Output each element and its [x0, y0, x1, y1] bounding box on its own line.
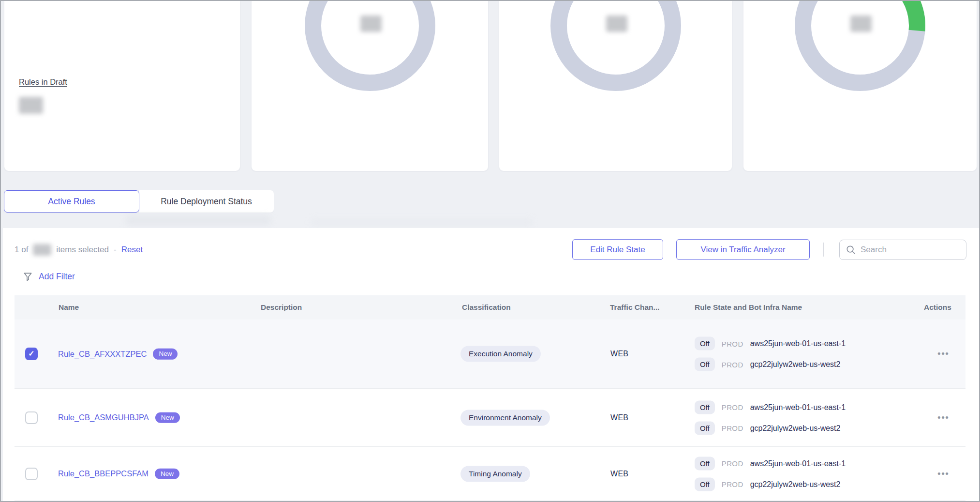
- rule-state-line: Off PROD gcp22julyw2web-us-west2: [695, 475, 846, 493]
- rule-name-link[interactable]: Rule_CB_ASMGUHBJPA: [58, 413, 149, 422]
- donut-chart-1: [302, 1, 438, 93]
- row-checkbox[interactable]: [25, 468, 38, 480]
- tab-rule-deployment-status-label: Rule Deployment Status: [161, 197, 252, 207]
- row-checkbox[interactable]: ✓: [25, 348, 38, 360]
- add-filter-button[interactable]: Add Filter: [22, 269, 75, 284]
- edit-rule-state-button[interactable]: Edit Rule State: [572, 239, 663, 260]
- column-header-actions: Actions: [924, 295, 951, 319]
- rule-state-line: Off PROD aws25jun-web-01-us-east-1: [695, 335, 846, 352]
- reset-selection-link[interactable]: Reset: [121, 245, 143, 255]
- donut-card-3: [743, 1, 977, 171]
- column-header-name: Name: [59, 295, 79, 319]
- classification-pill: Execution Anomaly: [460, 346, 541, 362]
- traffic-channel-cell: WEB: [610, 470, 628, 478]
- selection-middle: items selected: [56, 245, 109, 255]
- env-label: PROD: [722, 459, 743, 468]
- donut-card-2: [499, 1, 732, 171]
- name-cell: Rule_CB_AFXXXTZPEC New: [58, 349, 178, 360]
- column-header-traffic-channel: Traffic Chan...: [610, 295, 660, 319]
- classification-pill: Timing Anomaly: [460, 466, 530, 482]
- toolbar-divider: [823, 243, 824, 257]
- donut-card-1: [251, 1, 489, 171]
- state-off-pill: Off: [695, 358, 715, 371]
- name-cell: Rule_CB_BBEPPCSFAM New: [58, 468, 179, 479]
- rule-state-line: Off PROD aws25jun-web-01-us-east-1: [695, 398, 846, 416]
- new-badge: New: [153, 349, 178, 360]
- env-label: PROD: [722, 480, 743, 488]
- env-label: PROD: [722, 403, 743, 411]
- selection-summary: 1 of items selected - Reset: [15, 243, 143, 257]
- bot-infra-name: aws25jun-web-01-us-east-1: [750, 339, 846, 348]
- redacted-draft-count: [19, 97, 43, 114]
- env-label: PROD: [722, 339, 743, 348]
- table-row: ✓ Rule_CB_AFXXXTZPEC New Execution Anoma…: [15, 319, 965, 388]
- redacted-total-count: [33, 244, 51, 256]
- blur-artifact: [311, 219, 533, 226]
- rule-state-cell: Off PROD aws25jun-web-01-us-east-1 Off P…: [695, 455, 846, 493]
- env-label: PROD: [722, 424, 743, 432]
- rule-name-link[interactable]: Rule_CB_AFXXXTZPEC: [58, 350, 147, 359]
- search-input[interactable]: [861, 245, 952, 255]
- state-off-pill: Off: [695, 337, 715, 350]
- selection-prefix: 1 of: [15, 245, 28, 255]
- column-header-description: Description: [261, 295, 302, 319]
- bot-infra-name: gcp22julyw2web-us-west2: [750, 424, 841, 432]
- state-off-pill: Off: [695, 477, 715, 491]
- rule-name-link[interactable]: Rule_CB_BBEPPCSFAM: [58, 469, 148, 478]
- rules-in-draft-link[interactable]: Rules in Draft: [19, 77, 67, 87]
- name-cell: Rule_CB_ASMGUHBJPA New: [58, 412, 180, 423]
- classification-cell: Timing Anomaly: [460, 466, 530, 482]
- column-header-rule-state: Rule State and Bot Infra Name: [695, 295, 802, 319]
- actions-cell: •••: [937, 349, 949, 359]
- bot-infra-name: gcp22julyw2web-us-west2: [750, 480, 841, 488]
- tab-rule-deployment-status[interactable]: Rule Deployment Status: [139, 190, 274, 213]
- selection-dash: -: [114, 245, 117, 255]
- new-badge: New: [155, 468, 179, 479]
- state-off-pill: Off: [695, 400, 715, 414]
- search-icon: [846, 245, 856, 255]
- search-box[interactable]: [839, 240, 966, 260]
- donut-green-segment: [907, 1, 917, 30]
- tab-active-rules-label: Active Rules: [48, 197, 95, 207]
- row-actions-button[interactable]: •••: [937, 469, 949, 478]
- rule-state-line: Off PROD gcp22julyw2web-us-west2: [695, 419, 846, 437]
- view-in-traffic-analyzer-button[interactable]: View in Traffic Analyzer: [676, 239, 810, 260]
- actions-cell: •••: [937, 413, 949, 423]
- bot-infra-name: aws25jun-web-01-us-east-1: [750, 459, 846, 468]
- rule-state-cell: Off PROD aws25jun-web-01-us-east-1 Off P…: [695, 398, 846, 437]
- tab-active-rules[interactable]: Active Rules: [4, 190, 139, 213]
- bot-infra-name: aws25jun-web-01-us-east-1: [750, 403, 846, 411]
- rule-state-line: Off PROD aws25jun-web-01-us-east-1: [695, 455, 846, 472]
- donut-chart-3: [792, 1, 928, 93]
- classification-cell: Environment Anomaly: [460, 410, 550, 426]
- traffic-channel-cell: WEB: [610, 413, 628, 422]
- bot-infra-name: gcp22julyw2web-us-west2: [750, 360, 841, 369]
- traffic-channel-cell: WEB: [610, 350, 628, 358]
- blur-artifact: [126, 215, 271, 225]
- rule-state-cell: Off PROD aws25jun-web-01-us-east-1 Off P…: [695, 335, 846, 373]
- actions-cell: •••: [937, 469, 949, 479]
- table-header: Name Description Classification Traffic …: [15, 295, 965, 319]
- redacted-donut-value: [360, 15, 382, 32]
- redacted-donut-value: [606, 15, 627, 32]
- check-icon: ✓: [28, 350, 34, 358]
- add-filter-label: Add Filter: [39, 272, 75, 282]
- row-checkbox[interactable]: [25, 411, 38, 424]
- rules-dashboard-screen: Rules in Draft Active Rules Rule Deploym…: [0, 0, 980, 502]
- table-row: Rule_CB_ASMGUHBJPA New Environment Anoma…: [15, 388, 965, 446]
- classification-pill: Environment Anomaly: [460, 410, 550, 426]
- row-actions-button[interactable]: •••: [937, 413, 949, 422]
- filter-funnel-icon: [22, 271, 33, 282]
- env-label: PROD: [722, 360, 743, 368]
- classification-cell: Execution Anomaly: [460, 346, 541, 362]
- rule-state-line: Off PROD gcp22julyw2web-us-west2: [695, 356, 846, 373]
- redacted-donut-value: [850, 15, 872, 32]
- table-row: Rule_CB_BBEPPCSFAM New Timing Anomaly WE…: [15, 446, 965, 501]
- new-badge: New: [155, 412, 180, 423]
- row-actions-button[interactable]: •••: [937, 349, 949, 358]
- rules-in-draft-card: Rules in Draft: [4, 1, 240, 171]
- column-header-classification: Classification: [462, 295, 511, 319]
- state-off-pill: Off: [695, 421, 715, 435]
- state-off-pill: Off: [695, 456, 715, 470]
- donut-chart-2: [548, 1, 683, 93]
